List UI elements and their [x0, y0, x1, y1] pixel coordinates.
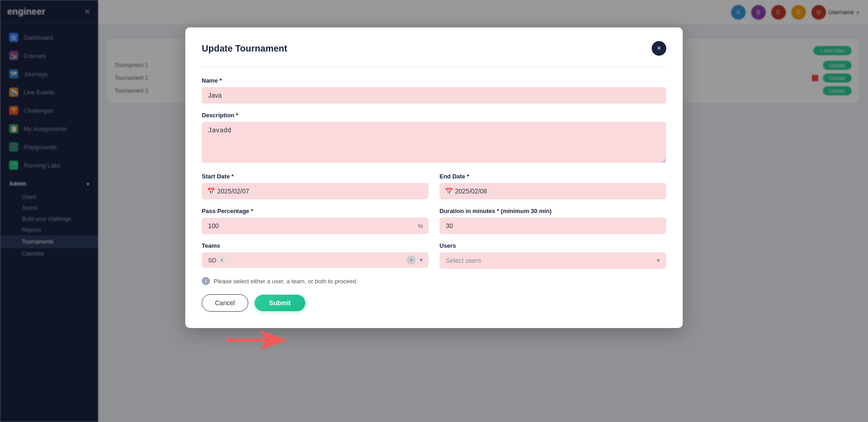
- team-tag-remove-button[interactable]: ×: [218, 256, 225, 264]
- teams-dropdown-chevron-icon[interactable]: ▼: [418, 257, 424, 263]
- pass-percentage-group: Pass Percentage * %: [202, 208, 429, 234]
- duration-label: Duration in minutes * (minimum 30 min): [439, 208, 666, 214]
- teams-label: Teams: [202, 242, 429, 249]
- teams-users-row: Teams SD × × ▼ Users: [202, 242, 666, 277]
- users-select-wrapper: Select users: [439, 252, 666, 269]
- arrow-annotation: [224, 328, 288, 353]
- pass-duration-row: Pass Percentage * % Duration in minutes …: [202, 208, 666, 242]
- team-tag: SD ×: [206, 255, 227, 265]
- cancel-button[interactable]: Cancel: [202, 294, 248, 312]
- modal-header: Update Tournament ×: [202, 41, 666, 56]
- arrow-svg: [224, 328, 288, 353]
- start-date-col: Start Date * 📅: [202, 173, 429, 208]
- teams-group: Teams SD × × ▼: [202, 242, 429, 268]
- end-date-input-wrapper: 📅: [439, 183, 666, 199]
- teams-input-wrapper[interactable]: SD × × ▼: [202, 252, 429, 268]
- svg-marker-0: [225, 330, 288, 350]
- modal-divider: [202, 67, 666, 67]
- teams-clear-area: × ▼: [407, 255, 424, 265]
- submit-button[interactable]: Submit: [255, 295, 305, 311]
- pass-percentage-wrapper: %: [202, 218, 429, 234]
- start-date-input[interactable]: [202, 183, 429, 199]
- users-col: Users Select users: [439, 242, 666, 277]
- end-date-group: End Date * 📅: [439, 173, 666, 199]
- info-icon: i: [202, 277, 210, 285]
- users-label: Users: [439, 242, 666, 249]
- description-label: Description *: [202, 112, 666, 119]
- description-input[interactable]: [202, 122, 666, 163]
- modal-overlay: Update Tournament × Name * Description *…: [0, 0, 868, 422]
- duration-input[interactable]: [439, 218, 666, 234]
- pass-percentage-col: Pass Percentage * %: [202, 208, 429, 242]
- start-date-group: Start Date * 📅: [202, 173, 429, 199]
- users-group: Users Select users: [439, 242, 666, 269]
- info-message-text: Please select either a user, a team, or …: [214, 278, 358, 285]
- end-date-label: End Date *: [439, 173, 666, 180]
- update-tournament-modal: Update Tournament × Name * Description *…: [185, 27, 683, 328]
- start-date-label: Start Date *: [202, 173, 429, 180]
- modal-title: Update Tournament: [202, 43, 287, 54]
- calendar-icon-end: 📅: [445, 188, 453, 195]
- modal-footer: Cancel Submit: [202, 294, 666, 312]
- end-date-input[interactable]: [439, 183, 666, 199]
- duration-col: Duration in minutes * (minimum 30 min): [439, 208, 666, 242]
- modal-close-button[interactable]: ×: [652, 41, 666, 56]
- start-date-input-wrapper: 📅: [202, 183, 429, 199]
- name-input[interactable]: [202, 87, 666, 104]
- teams-col: Teams SD × × ▼: [202, 242, 429, 277]
- name-label: Name *: [202, 77, 666, 84]
- info-message: i Please select either a user, a team, o…: [202, 277, 666, 285]
- end-date-col: End Date * 📅: [439, 173, 666, 208]
- calendar-icon: 📅: [207, 188, 215, 195]
- duration-group: Duration in minutes * (minimum 30 min): [439, 208, 666, 234]
- teams-clear-button[interactable]: ×: [407, 255, 416, 265]
- users-select[interactable]: Select users: [439, 252, 666, 269]
- name-field-group: Name *: [202, 77, 666, 104]
- pass-percentage-label: Pass Percentage *: [202, 208, 429, 214]
- percentage-suffix: %: [418, 223, 423, 229]
- pass-percentage-input[interactable]: [202, 218, 429, 234]
- description-field-group: Description *: [202, 112, 666, 165]
- dates-row: Start Date * 📅 End Date * 📅: [202, 173, 666, 208]
